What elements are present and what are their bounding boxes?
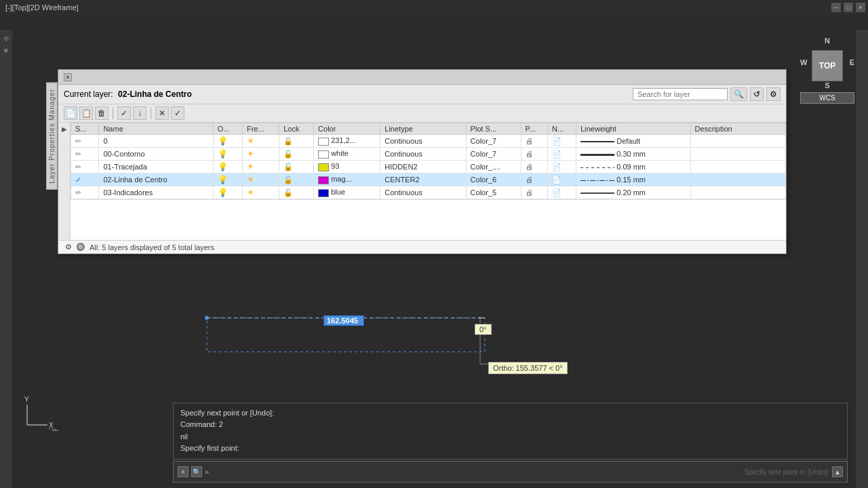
lock-cell[interactable]: 🔓	[279, 174, 314, 186]
color-cell[interactable]: 93	[314, 161, 380, 174]
distance-input-box[interactable]	[323, 315, 364, 326]
lock-cell[interactable]: 🔓	[279, 135, 314, 148]
newvp-cell[interactable]: 📄	[547, 174, 576, 186]
match-layer-button[interactable]: ✕	[155, 106, 169, 120]
col-plot[interactable]: P...	[521, 123, 547, 135]
freeze-cell[interactable]: ☀	[242, 135, 279, 148]
lock-cell[interactable]: 🔓	[279, 161, 314, 174]
cmd-prompt-prefix: »	[205, 468, 209, 476]
plot-cell[interactable]: 🖨	[521, 186, 547, 199]
linetype-cell[interactable]: HIDDEN2	[380, 161, 466, 174]
refresh-button[interactable]: ↺	[750, 87, 764, 101]
status-cell: ✓	[71, 174, 99, 186]
plotstyle-cell: Color_6	[466, 174, 521, 186]
nav-cube[interactable]: N S W E TOP WCS	[800, 35, 854, 103]
freeze-cell[interactable]: ☀	[242, 174, 279, 186]
col-freeze[interactable]: Fre...	[242, 123, 279, 135]
apply-filter-button[interactable]: ✓	[171, 106, 184, 120]
compass-east: E	[850, 58, 854, 66]
col-name[interactable]: Name	[99, 123, 213, 135]
expand-panel-button[interactable]: ▶	[58, 123, 71, 240]
color-cell[interactable]: blue	[314, 186, 380, 199]
table-row[interactable]: ✏ 00-Contorno 💡 ☀ 🔓 white Continuous Col…	[71, 148, 786, 161]
on-cell[interactable]: 💡	[213, 148, 242, 161]
plot-cell[interactable]: 🖨	[521, 148, 547, 161]
col-newvp[interactable]: N...	[547, 123, 576, 135]
canvas-area[interactable]: ⊹ ≡ Layer Properties Manager × Current l…	[0, 15, 868, 488]
plot-cell[interactable]: 🖨	[521, 174, 547, 186]
status-cell: ✏	[71, 135, 99, 148]
col-plotstyle[interactable]: Plot S...	[466, 123, 521, 135]
status-cell: ✏	[71, 148, 99, 161]
zoom-tool[interactable]: ≡	[1, 45, 12, 56]
new-layer-button[interactable]: 📄	[64, 106, 77, 120]
col-color[interactable]: Color	[314, 123, 380, 135]
col-lineweight[interactable]: Lineweight	[576, 123, 690, 135]
lineweight-cell[interactable]: 0.20 mm	[576, 186, 690, 199]
new-layer-vp-button[interactable]: 📋	[79, 106, 93, 120]
color-cell[interactable]: mag...	[314, 174, 380, 186]
status-bar: ⚙ 🔘 All: 5 layers displayed of 5 total l…	[58, 240, 786, 253]
table-row[interactable]: ✓ 02-Linha de Centro 💡 ☀ 🔓 mag... CENTER…	[71, 174, 786, 186]
maximize-button[interactable]: □	[844, 3, 853, 12]
lineweight-cell[interactable]: 0.15 mm	[576, 174, 690, 186]
lineweight-cell[interactable]: Default	[576, 135, 690, 148]
cmd-line-2: Command: 2	[180, 419, 840, 431]
cmd-expand-button[interactable]: ▲	[832, 466, 843, 477]
newvp-cell[interactable]: 📄	[547, 148, 576, 161]
col-status[interactable]: S...	[71, 123, 99, 135]
table-row[interactable]: ✏ 03-Indicadores 💡 ☀ 🔓 blue Continuous C…	[71, 186, 786, 199]
lock-cell[interactable]: 🔓	[279, 186, 314, 199]
cmd-input-field[interactable]	[212, 468, 741, 476]
pan-tool[interactable]: ⊹	[1, 33, 12, 43]
linetype-cell[interactable]: CENTER2	[380, 174, 466, 186]
col-lock[interactable]: Lock	[279, 123, 314, 135]
on-cell[interactable]: 💡	[213, 161, 242, 174]
linetype-cell[interactable]: Continuous	[380, 135, 466, 148]
delete-layer-button[interactable]: 🗑	[95, 106, 108, 120]
newvp-cell[interactable]: 📄	[547, 186, 576, 199]
axis-indicator: X Y	[20, 391, 61, 434]
linetype-cell[interactable]: Continuous	[380, 186, 466, 199]
plot-cell[interactable]: 🖨	[521, 135, 547, 148]
cmd-input-bar[interactable]: × 🔍 » Specify next point or [Undo]: ▲	[173, 461, 848, 483]
on-cell[interactable]: 💡	[213, 135, 242, 148]
table-row[interactable]: ✏ 01-Tracejada 💡 ☀ 🔓 93 HIDDEN2 Color_..…	[71, 161, 786, 174]
status-text: All: 5 layers displayed of 5 total layer…	[90, 243, 214, 251]
freeze-cell[interactable]: ☀	[242, 161, 279, 174]
table-row[interactable]: ✏ 0 💡 ☀ 🔓 231,2... Continuous Color_7 🖨 …	[71, 135, 786, 148]
col-description[interactable]: Description	[690, 123, 785, 135]
distance-field[interactable]	[323, 315, 364, 326]
wcs-label[interactable]: WCS	[800, 92, 854, 104]
minimize-button[interactable]: ─	[831, 3, 841, 12]
set-current-button[interactable]: ✓	[117, 106, 131, 120]
compass-rose: N S W E TOP	[800, 35, 854, 89]
newvp-cell[interactable]: 📄	[547, 135, 576, 148]
lineweight-cell[interactable]: 0.09 mm	[576, 161, 690, 174]
table-container: ▶ S... Name O... Fre... Lock Color Linet…	[58, 123, 786, 240]
linetype-cell[interactable]: Continuous	[380, 148, 466, 161]
cmd-close-button[interactable]: ×	[178, 466, 189, 477]
cmd-search-button[interactable]: 🔍	[191, 466, 202, 477]
newvp-cell[interactable]: 📄	[547, 161, 576, 174]
color-cell[interactable]: 231,2...	[314, 135, 380, 148]
on-cell[interactable]: 💡	[213, 174, 242, 186]
panel-close-button[interactable]: ×	[64, 73, 72, 81]
col-linetype[interactable]: Linetype	[380, 123, 466, 135]
lock-cell[interactable]: 🔓	[279, 148, 314, 161]
plotstyle-cell: Color_7	[466, 135, 521, 148]
color-cell[interactable]: white	[314, 148, 380, 161]
search-button[interactable]: 🔍	[730, 87, 747, 101]
lineweight-cell[interactable]: 0.30 mm	[576, 148, 690, 161]
plot-cell[interactable]: 🖨	[521, 161, 547, 174]
layer-search-input[interactable]	[633, 88, 728, 100]
close-button[interactable]: ×	[856, 3, 865, 12]
freeze-cell[interactable]: ☀	[242, 148, 279, 161]
col-on[interactable]: O...	[213, 123, 242, 135]
settings-button[interactable]: ⚙	[766, 87, 781, 101]
on-cell[interactable]: 💡	[213, 186, 242, 199]
move-to-current-button[interactable]: ↓	[133, 106, 146, 120]
title-bar-controls[interactable]: ─ □ ×	[831, 3, 865, 12]
freeze-cell[interactable]: ☀	[242, 186, 279, 199]
view-cube-top[interactable]: TOP	[812, 50, 843, 81]
